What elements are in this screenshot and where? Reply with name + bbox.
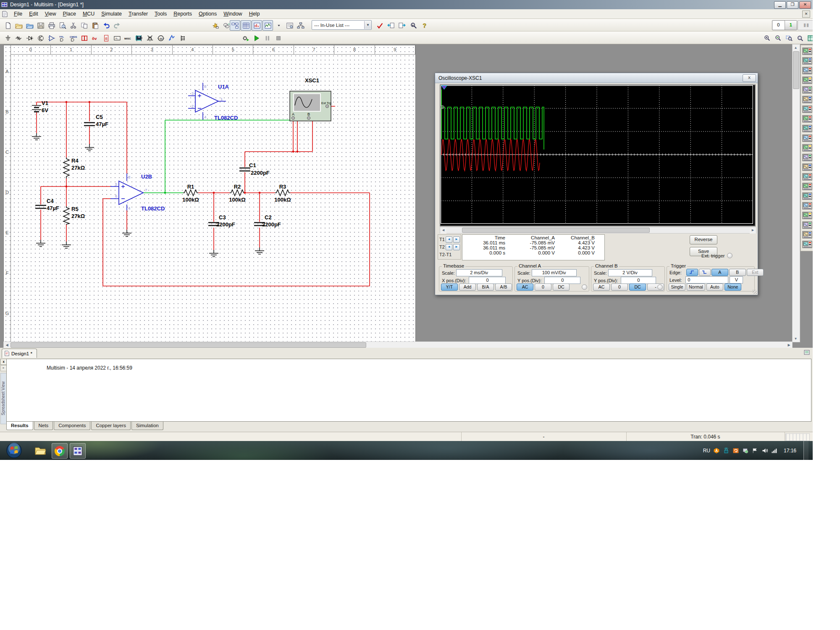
channel-a-scale-input[interactable]: 100 mV/Div xyxy=(532,269,577,276)
motor-icon[interactable]: M xyxy=(155,33,166,43)
language-indicator[interactable]: RU xyxy=(703,448,710,454)
spreadsheet-expand-button[interactable]: ▸ xyxy=(0,365,7,371)
canvas-vscrollbar[interactable]: ▲ ▼ xyxy=(792,44,800,342)
resistor-icon[interactable] xyxy=(13,33,24,43)
multisim-icon[interactable] xyxy=(70,443,86,459)
trigger-b-button[interactable]: B xyxy=(729,269,746,276)
menu-place[interactable]: Place xyxy=(60,10,79,18)
pause-icon[interactable] xyxy=(262,33,273,43)
oscilloscope-window[interactable]: Oscilloscope-XSC1 X ◀ ▶ T1◄►T2◄►T2-T1 Ti… xyxy=(435,73,758,295)
cut-icon[interactable] xyxy=(68,20,79,31)
timebase-scale-input[interactable]: 2 ms/Div xyxy=(456,269,502,276)
menu-options[interactable]: Options xyxy=(195,10,220,18)
spreadsheet-tab-nets[interactable]: Nets xyxy=(34,422,53,430)
open-file-icon[interactable] xyxy=(13,20,24,31)
spreadsheet-tab-results[interactable]: Results xyxy=(6,422,33,430)
trigger-normal-button[interactable]: Normal xyxy=(687,284,705,291)
channel-a-dc-button[interactable]: DC xyxy=(553,284,570,291)
print-icon[interactable] xyxy=(46,20,57,31)
network-icon[interactable] xyxy=(771,447,778,454)
run-stop-switch[interactable]: 0 1 xyxy=(772,20,797,30)
channel-b-dc-button[interactable]: DC xyxy=(629,284,646,291)
timebase-xpos-input[interactable]: 0 xyxy=(469,277,506,284)
volume-icon[interactable] xyxy=(761,447,769,454)
channel-a-radio[interactable] xyxy=(582,284,587,290)
source-icon[interactable] xyxy=(3,33,13,43)
redo-icon[interactable] xyxy=(112,20,122,31)
timebase-y-t-button[interactable]: Y/T xyxy=(441,284,458,291)
ext-trigger-radio[interactable] xyxy=(727,253,732,258)
connector-icon[interactable] xyxy=(177,33,188,43)
trigger-level-unit[interactable]: V xyxy=(730,276,743,284)
labview-instrument-icon[interactable] xyxy=(802,221,812,230)
erc-check-icon[interactable] xyxy=(375,20,385,31)
menu-edit[interactable]: Edit xyxy=(26,10,42,18)
menu-file[interactable]: File xyxy=(10,10,26,18)
iv-analyzer-icon[interactable] xyxy=(802,144,812,152)
spreadsheet-tab-simulation[interactable]: Simulation xyxy=(131,422,163,430)
spreadsheet-tab-copper-layers[interactable]: Copper layers xyxy=(91,422,131,430)
diode-icon[interactable] xyxy=(24,33,35,43)
undo-icon[interactable] xyxy=(101,20,111,31)
analog-icon[interactable] xyxy=(46,33,57,43)
run-icon[interactable] xyxy=(251,33,262,43)
oscilloscope-scrollbar[interactable]: ◀ ▶ xyxy=(440,227,756,234)
help-icon[interactable]: ? xyxy=(419,20,430,31)
current-clamp-icon[interactable] xyxy=(802,240,812,249)
place-part-icon[interactable] xyxy=(210,20,220,31)
start-button[interactable] xyxy=(6,442,22,459)
find-icon[interactable] xyxy=(408,20,419,31)
pause-sim-button[interactable]: ▮▮ xyxy=(798,20,813,30)
spectrum-analyzer-icon[interactable] xyxy=(802,163,812,172)
ladder-rung-icon[interactable] xyxy=(134,33,144,43)
cursor-next-button[interactable]: ► xyxy=(453,244,460,250)
open-sample-icon[interactable] xyxy=(24,20,35,31)
trigger-falling-edge-button[interactable] xyxy=(699,269,711,276)
logic-converter-icon[interactable] xyxy=(802,124,812,133)
network-analyzer-icon[interactable] xyxy=(802,173,812,181)
zoom-out-icon[interactable] xyxy=(773,33,783,43)
close-icon[interactable]: X xyxy=(743,74,756,82)
misc-icon[interactable]: MISC xyxy=(123,33,133,43)
distortion-analyzer-icon[interactable] xyxy=(802,153,812,162)
chrome-icon[interactable] xyxy=(52,443,68,459)
digital-misc-icon[interactable] xyxy=(79,33,89,43)
lock-icon[interactable] xyxy=(723,447,730,454)
new-document-icon[interactable] xyxy=(3,20,13,31)
show-desktop-button[interactable] xyxy=(803,441,808,460)
postprocessor-icon[interactable] xyxy=(284,20,295,31)
cursor-next-button[interactable]: ► xyxy=(453,236,460,243)
antivirus-icon[interactable] xyxy=(713,447,720,454)
transistor-icon[interactable] xyxy=(35,33,46,43)
cmos-icon[interactable]: CMOS xyxy=(68,33,79,43)
forward-annotate-icon[interactable] xyxy=(396,20,407,31)
flag-icon[interactable] xyxy=(752,447,759,454)
tektronix-oscilloscope-icon[interactable] xyxy=(802,211,812,220)
cursor-prev-button[interactable]: ◄ xyxy=(446,236,452,243)
trigger-rising-edge-button[interactable] xyxy=(686,269,698,276)
annotation-icon[interactable] xyxy=(804,349,810,356)
power-icon[interactable]: +- xyxy=(112,33,122,43)
spreadsheet-close-button[interactable]: x xyxy=(0,359,7,365)
frequency-counter-icon[interactable] xyxy=(802,105,812,114)
trigger-level-input[interactable]: 0 xyxy=(685,276,728,284)
dropdown-arrow-icon[interactable] xyxy=(273,20,284,31)
explorer-folder-icon[interactable] xyxy=(33,443,48,458)
menu-simulate[interactable]: Simulate xyxy=(98,10,125,18)
reverse-button[interactable]: Reverse xyxy=(690,235,717,244)
ttl-icon[interactable]: TTL xyxy=(57,33,68,43)
four-channel-oscilloscope-icon[interactable] xyxy=(802,86,812,94)
trigger-ext-button[interactable]: Ext xyxy=(747,269,764,276)
trigger-a-button[interactable]: A xyxy=(711,269,728,276)
trigger-single-button[interactable]: Single xyxy=(669,284,685,291)
trigger-auto-button[interactable]: Auto xyxy=(706,284,723,291)
database-bar-icon[interactable] xyxy=(252,20,262,31)
oscilloscope-title-bar[interactable]: Oscilloscope-XSC1 X xyxy=(435,73,758,83)
mdi-close-button[interactable]: ✕ xyxy=(802,10,810,18)
agilent-function-generator-icon[interactable] xyxy=(802,182,812,191)
bode-plotter-icon[interactable] xyxy=(802,95,812,104)
word-generator-icon[interactable] xyxy=(802,115,812,123)
menu-view[interactable]: View xyxy=(42,10,60,18)
timebase-b-a-button[interactable]: B/A xyxy=(477,284,494,291)
channel-b-ac-button[interactable]: AC xyxy=(593,284,610,291)
